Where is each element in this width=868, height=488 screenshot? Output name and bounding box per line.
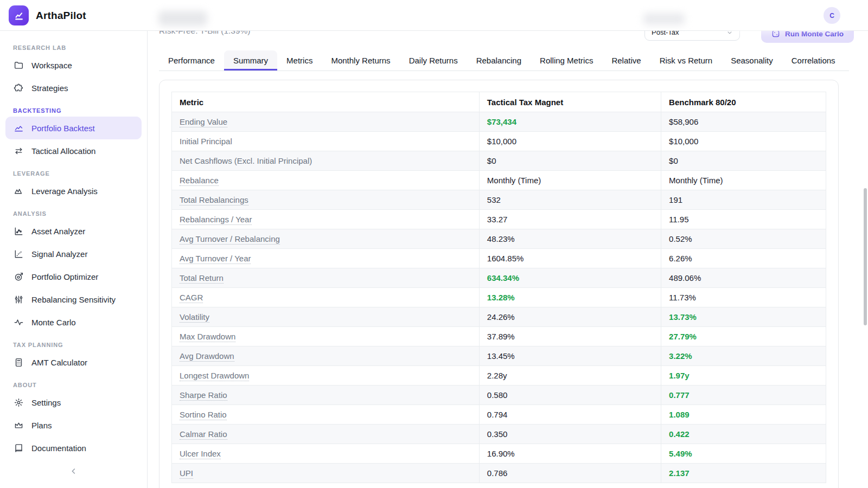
metric-cell-ending-value[interactable]: Ending Value — [180, 117, 227, 127]
value-cell-benchmark: 6.26% — [661, 249, 826, 268]
value-cell-benchmark: 191 — [661, 190, 826, 210]
metric-cell-total-return[interactable]: Total Return — [180, 273, 224, 284]
value-cell-benchmark: 5.49% — [661, 444, 826, 464]
value-cell-strategy: 48.23% — [479, 229, 661, 249]
metric-cell-avg-turnover-rebalancing[interactable]: Avg Turnover / Rebalancing — [180, 234, 280, 245]
table-row: Ulcer Index16.90%5.49% — [172, 444, 826, 464]
column-header-benchmark-80-20: Benchmark 80/20 — [661, 92, 826, 112]
sidebar-item-label: Portfolio Backtest — [31, 124, 95, 133]
scrollbar-thumb[interactable] — [864, 188, 867, 325]
value-cell-benchmark: 11.73% — [661, 288, 826, 307]
dot-chart-icon — [13, 248, 24, 259]
calculator-icon — [13, 357, 24, 368]
tab-metrics[interactable]: Metrics — [277, 50, 322, 70]
sidebar-collapse-button[interactable] — [0, 454, 147, 488]
table-row: CAGR13.28%11.73% — [172, 288, 826, 307]
table-row: Calmar Ratio0.3500.422 — [172, 425, 826, 444]
metric-cell-avg-turnover-year[interactable]: Avg Turnover / Year — [180, 254, 251, 264]
metric-cell-longest-drawdown[interactable]: Longest Drawdown — [180, 371, 249, 381]
app-root: Research LabWorkspaceStrategiesBacktesti… — [0, 0, 868, 488]
tab-risk-vs-return[interactable]: Risk vs Return — [650, 50, 722, 70]
tab-correlations[interactable]: Correlations — [782, 50, 845, 70]
sidebar-item-label: Documentation — [31, 444, 86, 453]
value-cell-benchmark: 489.06% — [661, 268, 826, 288]
sidebar-item-label: AMT Calculator — [31, 358, 87, 367]
target-icon — [13, 271, 24, 282]
folder-icon — [13, 60, 24, 70]
tab-ta[interactable]: Ta — [845, 50, 849, 70]
sidebar-item-leverage-analysis[interactable]: Leverage Analysis — [5, 179, 142, 202]
sidebar-item-label: Monte Carlo — [31, 318, 76, 327]
sidebar-item-plans[interactable]: Plans — [5, 414, 142, 436]
value-cell-benchmark: 27.79% — [661, 327, 826, 346]
sidebar-item-workspace[interactable]: Workspace — [5, 54, 142, 76]
column-header-tactical-tax-magnet: Tactical Tax Magnet — [479, 92, 661, 112]
sidebar-item-monte-carlo[interactable]: Monte Carlo — [5, 311, 142, 333]
sidebar-item-asset-analyzer[interactable]: Asset Analyzer — [5, 220, 142, 242]
metric-cell-max-drawdown[interactable]: Max Drawdown — [180, 332, 235, 342]
value-cell-strategy: $10,000 — [479, 132, 661, 151]
sidebar-item-documentation[interactable]: Documentation — [5, 436, 142, 454]
table-header-row: MetricTactical Tax MagnetBenchmark 80/20 — [172, 92, 826, 112]
sidebar-item-strategies[interactable]: Strategies — [5, 76, 142, 99]
sidebar-item-amt-calculator[interactable]: AMT Calculator — [5, 351, 142, 374]
tab-rebalancing[interactable]: Rebalancing — [467, 50, 531, 70]
metric-cell-upi[interactable]: UPI — [180, 468, 193, 479]
sidebar-item-label: Rebalancing Sensitivity — [31, 295, 116, 304]
sidebar-item-rebalancing-sensitivity[interactable]: Rebalancing Sensitivity — [5, 288, 142, 311]
sidebar-item-portfolio-backtest[interactable]: Portfolio Backtest — [5, 117, 142, 139]
crown-icon — [13, 420, 24, 431]
value-cell-strategy: 1604.85% — [479, 249, 661, 268]
scatter-chart-icon — [13, 226, 24, 236]
metric-cell-rebalance[interactable]: Rebalance — [180, 176, 219, 186]
user-avatar[interactable]: C — [824, 7, 840, 24]
value-cell-strategy: 24.26% — [479, 307, 661, 327]
book-icon — [13, 442, 24, 453]
table-row: Avg Turnover / Year1604.85%6.26% — [172, 249, 826, 268]
metric-cell-rebalancings-year[interactable]: Rebalancings / Year — [180, 215, 252, 225]
table-row: Volatility24.26%13.73% — [172, 307, 826, 327]
tab-seasonality[interactable]: Seasonality — [722, 50, 782, 70]
tab-bar: PerformanceSummaryMetricsMonthly Returns… — [159, 50, 849, 71]
gear-icon — [13, 397, 24, 408]
metric-cell-ulcer-index[interactable]: Ulcer Index — [180, 449, 221, 459]
metric-cell-calmar-ratio[interactable]: Calmar Ratio — [180, 429, 227, 440]
table-row: Total Return634.34%489.06% — [172, 268, 826, 288]
metric-cell-sortino-ratio[interactable]: Sortino Ratio — [180, 410, 227, 420]
table-row: Sharpe Ratio0.5800.777 — [172, 386, 826, 405]
value-cell-strategy: 37.89% — [479, 327, 661, 346]
value-cell-strategy: 0.350 — [479, 425, 661, 444]
value-cell-benchmark: 3.22% — [661, 346, 826, 366]
activity-icon — [13, 317, 24, 328]
tab-summary[interactable]: Summary — [224, 50, 277, 70]
swap-arrows-icon — [13, 145, 24, 156]
tab-relative[interactable]: Relative — [602, 50, 650, 70]
tab-rolling-metrics[interactable]: Rolling Metrics — [531, 50, 602, 70]
metric-cell-initial-principal: Initial Principal — [180, 137, 232, 146]
sidebar-item-tactical-allocation[interactable]: Tactical Allocation — [5, 139, 142, 162]
table-row: Avg Drawdown13.45%3.22% — [172, 346, 826, 366]
metric-cell-total-rebalancings[interactable]: Total Rebalancings — [180, 195, 248, 206]
chevron-left-icon — [69, 466, 79, 476]
metric-cell-cagr[interactable]: CAGR — [180, 293, 203, 303]
metric-cell-avg-drawdown[interactable]: Avg Drawdown — [180, 351, 234, 362]
sidebar-section-label-backtesting: Backtesting — [0, 107, 147, 114]
table-row: Max Drawdown37.89%27.79% — [172, 327, 826, 346]
sidebar-item-portfolio-optimizer[interactable]: Portfolio Optimizer — [5, 265, 142, 288]
metric-cell-sharpe-ratio[interactable]: Sharpe Ratio — [180, 390, 227, 401]
tab-daily-returns[interactable]: Daily Returns — [400, 50, 467, 70]
value-cell-strategy: $73,434 — [479, 112, 661, 132]
value-cell-strategy: 0.794 — [479, 405, 661, 425]
value-cell-benchmark: 0.52% — [661, 229, 826, 249]
value-cell-benchmark: 0.777 — [661, 386, 826, 405]
metric-cell-volatility[interactable]: Volatility — [180, 312, 209, 323]
tab-monthly-returns[interactable]: Monthly Returns — [322, 50, 399, 70]
top-header-bar: ArthaPilot — [0, 0, 868, 31]
summary-metrics-table: MetricTactical Tax MagnetBenchmark 80/20… — [171, 92, 826, 483]
app-logo-icon[interactable] — [9, 5, 29, 25]
tab-performance[interactable]: Performance — [159, 50, 224, 70]
table-row: Initial Principal$10,000$10,000 — [172, 132, 826, 151]
sidebar-item-settings[interactable]: Settings — [5, 391, 142, 414]
value-cell-benchmark: 13.73% — [661, 307, 826, 327]
sidebar-item-signal-analyzer[interactable]: Signal Analyzer — [5, 242, 142, 265]
